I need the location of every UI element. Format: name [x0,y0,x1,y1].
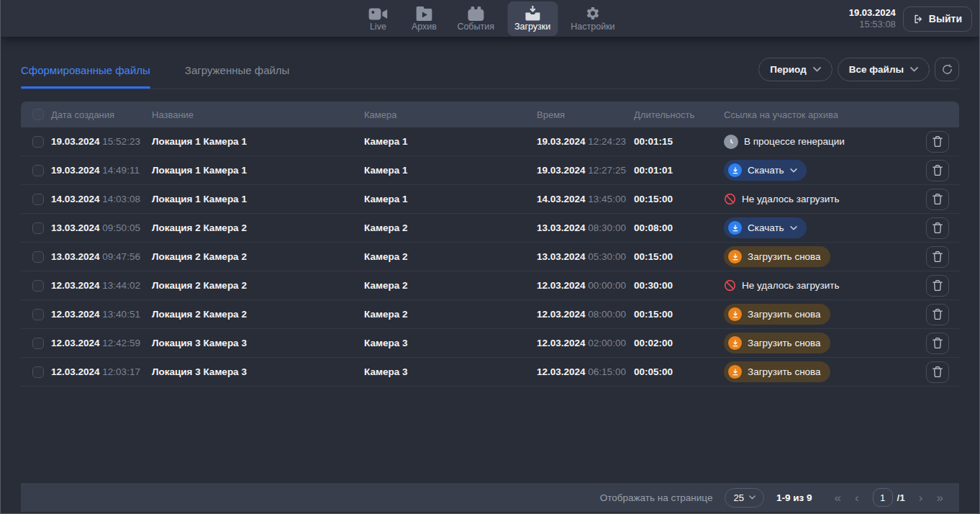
row-duration: 00:15:00 [634,251,724,262]
delete-row-button[interactable] [926,246,949,268]
trash-icon [933,136,943,147]
row-name: Локация 2 Камера 2 [152,222,364,233]
current-time: 15:53:08 [849,19,896,30]
status-label: Не удалось загрузить [742,194,839,204]
delete-row-button[interactable] [926,217,949,239]
row-name: Локация 1 Камера 1 [152,136,364,147]
logout-label: Выйти [929,13,962,24]
row-camera: Камера 1 [364,194,537,204]
download-button[interactable]: Скачать [724,160,807,181]
row-time-date: 13.03.2024 [537,251,586,262]
nav-item-settings[interactable]: Настройки [563,1,622,36]
trash-icon [933,338,943,348]
row-time-time: 12:24:23 [588,136,626,147]
row-created-time: 13:40:51 [102,309,140,320]
row-time-time: 06:15:00 [588,366,626,377]
table-row: 12.03.2024 13:44:02 Локация 2 Камера 2 К… [21,271,959,300]
col-header-link: Ссылка на участок архива [724,109,919,120]
chevron-down-icon [813,67,821,72]
row-checkbox[interactable] [32,309,44,320]
nav-label: Настройки [571,22,614,32]
row-created-time: 13:44:02 [102,280,140,291]
row-created-time: 14:03:08 [102,194,140,204]
select-all-checkbox[interactable] [32,109,44,120]
nav-item-downloads[interactable]: Загрузки [507,1,558,36]
row-name: Локация 1 Камера 1 [152,194,364,204]
download-button[interactable]: Скачать [724,217,807,238]
delete-row-button[interactable] [926,160,949,181]
retry-download-button[interactable]: Загрузить снова [724,304,830,325]
col-header-time: Время [537,109,634,120]
row-checkbox[interactable] [32,136,44,148]
delete-row-button[interactable] [926,361,949,383]
last-page-button[interactable]: » [937,492,943,504]
table-row: 13.03.2024 09:50:05 Локация 2 Камера 2 К… [21,214,959,243]
files-filter-button[interactable]: Все файлы [838,58,930,81]
row-created-time: 15:52:23 [102,136,140,147]
delete-row-button[interactable] [926,275,949,297]
status-label: Скачать [748,165,784,176]
total-pages-label: /1 [897,492,905,503]
main-nav: Live Архив События Загрузки Настройки [358,0,622,37]
table-body: 19.03.2024 15:52:23 Локация 1 Камера 1 К… [21,127,959,387]
row-status-cell: Загрузить снова [724,333,919,353]
row-checkbox[interactable] [32,165,44,176]
pagination-footer: Отображать на странице 25 1-9 из 9 « ‹ 1… [21,483,959,512]
tab-generated-files[interactable]: Сформированные файлы [21,60,150,87]
row-checkbox[interactable] [32,251,44,263]
delete-row-button[interactable] [926,333,949,354]
delete-row-button[interactable] [926,131,949,153]
row-status-cell: Загрузить снова [724,304,919,325]
download-icon [728,336,742,350]
nav-item-live[interactable]: Live [358,1,398,36]
nav-item-archive[interactable]: Архив [404,1,444,36]
retry-download-button[interactable]: Загрузить снова [724,246,830,267]
gear-icon [585,5,600,21]
row-time-time: 00:00:00 [588,280,626,291]
trash-icon [933,251,943,262]
download-icon [728,221,742,235]
table-row: 14.03.2024 14:03:08 Локация 1 Камера 1 К… [21,185,959,214]
download-icon [728,365,742,379]
nav-item-events[interactable]: События [450,1,502,36]
row-checkbox[interactable] [32,338,44,349]
col-header-name: Название [152,109,364,120]
row-created-date: 12.03.2024 [51,309,100,320]
retry-download-button[interactable]: Загрузить снова [724,333,830,353]
logout-button[interactable]: Выйти [903,6,972,32]
row-checkbox[interactable] [32,222,44,234]
row-time-time: 05:30:00 [588,251,626,262]
row-duration: 00:15:00 [634,309,724,320]
retry-download-button[interactable]: Загрузить снова [724,361,830,382]
first-page-button[interactable]: « [834,492,840,504]
current-page-input[interactable]: 1 [873,488,893,507]
downloads-icon [525,5,540,21]
period-filter-button[interactable]: Период [758,58,832,81]
row-duration: 00:01:15 [634,136,724,147]
row-camera: Камера 2 [364,280,537,291]
status-label: Не удалось загрузить [742,280,839,291]
status-label: Загрузить снова [748,309,821,320]
delete-row-button[interactable] [926,304,949,325]
table-header: Дата создания Название Камера Время Длит… [21,102,959,127]
row-checkbox[interactable] [32,366,44,378]
row-time-time: 13:45:00 [588,194,626,204]
per-page-select[interactable]: 25 [725,488,763,508]
row-created-date: 14.03.2024 [51,194,100,204]
row-time-date: 12.03.2024 [537,309,586,320]
delete-row-button[interactable] [926,189,949,210]
row-checkbox[interactable] [32,194,44,205]
trash-icon [933,309,943,320]
row-duration: 00:05:00 [634,366,724,377]
next-page-button[interactable]: › [919,492,923,504]
refresh-button[interactable] [935,58,959,81]
row-time-time: 12:27:25 [588,165,626,176]
row-status-cell: Не удалось загрузить [724,279,919,292]
nav-label: Архив [412,22,437,32]
row-time-date: 12.03.2024 [537,338,586,348]
row-checkbox[interactable] [32,280,44,292]
row-camera: Камера 3 [364,338,537,348]
tab-downloaded-files[interactable]: Загруженные файлы [185,60,290,87]
download-icon [728,307,742,321]
prev-page-button[interactable]: ‹ [855,492,859,504]
